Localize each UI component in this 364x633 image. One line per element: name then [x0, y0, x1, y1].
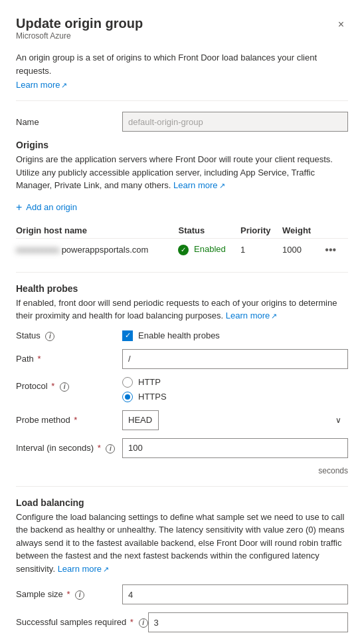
protocol-https-radio[interactable] [122, 392, 133, 402]
sample-size-field-row: Sample size * i [16, 584, 348, 604]
sample-size-info-icon[interactable]: i [75, 590, 84, 600]
origin-more-button[interactable]: ••• [322, 243, 339, 257]
successful-samples-field-row: Successful samples required * i [16, 612, 348, 632]
col-weight: Weight [282, 223, 322, 239]
path-label: Path [16, 354, 34, 364]
origin-status-cell: ✓ Enabled [178, 238, 240, 261]
load-balancing-description: Configure the load balancing settings to… [16, 511, 348, 576]
origins-learn-more-link[interactable]: Learn more↗ [173, 180, 225, 190]
sample-size-input[interactable] [122, 584, 348, 604]
panel-title: Update origin group [16, 16, 143, 31]
table-row: xxxxxxxxxx.powerappsportals.com ✓ Enable… [16, 238, 348, 261]
interval-info-icon[interactable]: i [106, 444, 115, 453]
probe-method-select[interactable]: HEAD GET [122, 410, 159, 430]
add-origin-button[interactable]: + Add an origin [16, 197, 77, 217]
origin-priority-cell: 1 [240, 238, 282, 261]
interval-field-row: Interval (in seconds) * i [16, 438, 348, 458]
probe-method-label: Probe method [16, 415, 70, 425]
protocol-field-row: Protocol * i HTTP HTTPS [16, 377, 348, 402]
sample-size-label-block: Sample size * i [16, 589, 122, 600]
probe-method-label-block: Probe method * [16, 415, 122, 425]
load-balancing-title: Load balancing [16, 497, 348, 508]
panel-title-block: Update origin group Microsoft Azure [16, 16, 143, 50]
panel-header: Update origin group Microsoft Azure × [16, 16, 348, 50]
enable-health-probes-checkbox-row: ✓ Enable health probes [122, 330, 220, 341]
probe-method-field-row: Probe method * HEAD GET [16, 410, 348, 430]
origin-host-blurred: xxxxxxxxxx. [16, 245, 62, 255]
successful-samples-input[interactable] [148, 612, 348, 632]
seconds-label: seconds [16, 466, 348, 475]
path-field-row: Path * [16, 349, 348, 369]
col-priority: Priority [240, 223, 282, 239]
health-probes-title: Health probes [16, 283, 348, 294]
health-probes-description: If enabled, front door will send periodi… [16, 297, 348, 322]
enable-health-probes-label: Enable health probes [138, 330, 220, 340]
path-required-indicator: * [37, 354, 41, 364]
divider-1 [16, 100, 348, 101]
interval-label: Interval (in seconds) [16, 443, 94, 453]
checkbox-check-icon: ✓ [125, 331, 131, 340]
status-info-icon[interactable]: i [45, 332, 54, 341]
origins-description: Origins are the application servers wher… [16, 153, 348, 192]
panel-subtitle: Microsoft Azure [16, 31, 143, 41]
col-host: Origin host name [16, 223, 178, 239]
protocol-info-icon[interactable]: i [60, 382, 69, 392]
interval-input[interactable] [122, 438, 348, 458]
origins-section: Origins Origins are the application serv… [16, 140, 348, 261]
probe-method-required-indicator: * [74, 415, 77, 425]
status-field-row: Status i ✓ Enable health probes [16, 330, 348, 341]
protocol-https-row[interactable]: HTTPS [122, 392, 348, 402]
plus-icon: + [16, 201, 22, 213]
intro-description: An origin group is a set of origins to w… [16, 51, 348, 77]
protocol-http-row[interactable]: HTTP [122, 377, 348, 388]
interval-required-indicator: * [98, 443, 101, 453]
protocol-http-label: HTTP [138, 377, 161, 387]
external-link-icon: ↗ [61, 81, 67, 89]
origins-table: Origin host name Status Priority Weight … [16, 223, 348, 261]
health-probes-learn-more-link[interactable]: Learn more↗ [226, 311, 277, 320]
name-field-row: Name [16, 112, 348, 132]
status-label-block: Status i [16, 330, 122, 341]
name-input[interactable] [122, 112, 348, 132]
path-input[interactable] [122, 349, 348, 369]
origins-title: Origins [16, 140, 348, 150]
successful-samples-required: * [130, 617, 134, 627]
protocol-http-radio[interactable] [122, 377, 133, 388]
protocol-label-block: Protocol * i [16, 377, 122, 392]
close-button[interactable]: × [334, 17, 348, 32]
divider-3 [16, 486, 348, 487]
successful-samples-info-icon[interactable]: i [139, 618, 148, 628]
load-balancing-ext-icon: ↗ [103, 565, 109, 573]
protocol-required-indicator: * [51, 381, 54, 391]
successful-samples-label-block: Successful samples required * i [16, 617, 148, 628]
origin-weight-cell: 1000 [282, 238, 322, 261]
status-enabled-label: Enabled [194, 244, 226, 254]
status-label: Status [16, 330, 41, 340]
sample-size-label: Sample size [16, 589, 63, 599]
enable-health-probes-checkbox[interactable]: ✓ [122, 330, 133, 341]
health-probes-section: Health probes If enabled, front door wil… [16, 283, 348, 475]
origins-external-icon: ↗ [219, 182, 225, 190]
protocol-https-label: HTTPS [138, 392, 167, 402]
load-balancing-learn-more-link[interactable]: Learn more↗ [58, 564, 109, 574]
divider-2 [16, 272, 348, 273]
path-label-block: Path * [16, 354, 122, 364]
successful-samples-label: Successful samples required [16, 617, 126, 627]
protocol-label: Protocol [16, 381, 48, 391]
col-status: Status [178, 223, 240, 239]
name-label: Name [16, 117, 122, 127]
load-balancing-section: Load balancing Configure the load balanc… [16, 497, 348, 634]
sample-size-required: * [66, 589, 70, 599]
intro-learn-more-link[interactable]: Learn more↗ [16, 80, 67, 90]
status-check-icon: ✓ [178, 245, 189, 255]
probe-method-select-wrapper: HEAD GET [122, 410, 348, 430]
update-origin-group-panel: Update origin group Microsoft Azure × An… [0, 0, 364, 633]
protocol-radio-group: HTTP HTTPS [122, 377, 348, 402]
health-probes-ext-icon: ↗ [271, 312, 277, 320]
origin-host-cell: xxxxxxxxxx.powerappsportals.com [16, 238, 178, 261]
interval-label-block: Interval (in seconds) * i [16, 443, 122, 453]
